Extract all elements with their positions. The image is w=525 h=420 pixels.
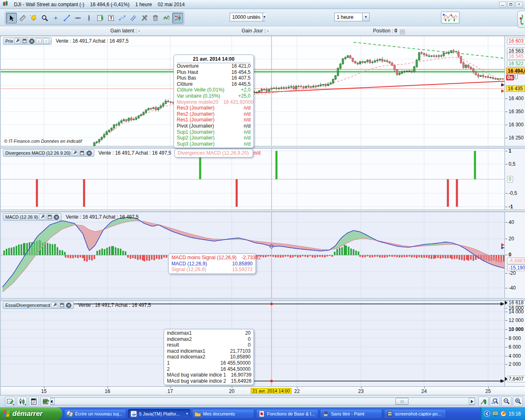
axis-label: 15 xyxy=(41,388,46,394)
scale-label: 4 000 xyxy=(505,353,521,359)
tooltip-row: Ouverture16 421,0 xyxy=(177,63,251,69)
chart-area[interactable]: Prix ✕ ↓ ↑ Vente : 16 491,7 Achat : 16 4… xyxy=(0,36,525,395)
taskbar-item[interactable]: Sans titre - Paint xyxy=(320,409,382,419)
alarm-tool-button[interactable]: “” xyxy=(28,13,39,23)
divergence-tool-button[interactable] xyxy=(172,13,183,23)
magnifier-icon xyxy=(41,14,48,22)
scale-label: 1 xyxy=(505,148,511,154)
hide-icons-icon[interactable] xyxy=(484,411,490,417)
vline-tool-button[interactable] xyxy=(84,13,94,23)
pattern-tool-button[interactable] xyxy=(161,13,172,23)
panel-close-button[interactable]: ✕ xyxy=(66,303,71,308)
display-settings-icon[interactable] xyxy=(492,411,498,417)
orders-tab-icon xyxy=(519,13,524,25)
zoomout-button[interactable] xyxy=(501,397,511,406)
scale-label: 40 xyxy=(505,219,514,225)
zoomrange-button[interactable] xyxy=(490,397,500,406)
panel-settings-button[interactable] xyxy=(51,302,57,308)
scale-label: -6,6883 xyxy=(507,258,525,264)
sell-button[interactable]: ↓ xyxy=(36,38,42,44)
trendline-tool-button[interactable] xyxy=(62,13,72,23)
zoomrange-icon xyxy=(491,398,499,405)
tooltip-row: Plus Haut16 454,5 xyxy=(177,69,251,75)
panel-settings-button[interactable] xyxy=(14,38,21,44)
ruler-tool-button[interactable] xyxy=(17,13,28,23)
point-tool-button[interactable] xyxy=(50,13,61,23)
panel-window-button[interactable] xyxy=(22,38,28,44)
chartset-button[interactable] xyxy=(478,397,488,406)
pointer-tool-button[interactable] xyxy=(6,13,17,23)
tooltip-row: macd indicemax210,85890 xyxy=(167,354,251,360)
scroll-right-icon[interactable] xyxy=(469,398,475,405)
restore-button[interactable] xyxy=(507,2,514,7)
trash-tool-button[interactable] xyxy=(150,13,161,23)
axis-label: 24 xyxy=(421,388,427,394)
panel-window-button[interactable] xyxy=(79,150,85,156)
period-dropdown[interactable]: 1 heure ▼ xyxy=(334,13,370,21)
taskbar-item[interactable]: 5 Java(TM) Platfor...▾ xyxy=(128,409,190,419)
panel-window-button[interactable] xyxy=(46,214,52,220)
clock[interactable]: 15:16 xyxy=(509,411,521,417)
volprofile-icon xyxy=(42,398,50,405)
panel-splitter[interactable] xyxy=(1,298,525,301)
orders-side-tab[interactable] xyxy=(517,11,525,28)
scale-label: 16 350 xyxy=(505,109,524,114)
gain-jour-label: Gain Jour : - xyxy=(242,28,269,34)
parallel-tool-button[interactable] xyxy=(128,13,139,23)
update-tray-icon[interactable] xyxy=(500,411,507,417)
axis-label: 23 xyxy=(358,388,363,394)
panel-close-button[interactable]: ✕ xyxy=(87,151,92,156)
panel-settings-button[interactable] xyxy=(72,150,78,156)
tooltip-row: 216 454,50000 xyxy=(167,366,251,372)
chart-scrollbar[interactable] xyxy=(48,397,475,405)
indicators-tool-button[interactable] xyxy=(95,13,105,23)
divergences-tooltip: Divergences MACD (12,26,9,20) n/d xyxy=(174,149,253,158)
taskbar-item[interactable]: Mes documents xyxy=(192,409,254,419)
scrollbar-thumb[interactable] xyxy=(395,398,409,405)
minimize-button[interactable] xyxy=(499,2,506,7)
panel-splitter[interactable] xyxy=(1,146,525,148)
desktop: DJI - Wall Street au comptant (-) 16 494… xyxy=(0,0,525,420)
scale-label: 16 250 xyxy=(505,135,524,141)
text-tool-button[interactable]: T xyxy=(106,13,116,23)
trading-app-window: DJI - Wall Street au comptant (-) 16 494… xyxy=(0,0,525,407)
hline-tool-button[interactable] xyxy=(73,13,83,23)
volprofile-button[interactable] xyxy=(41,397,51,406)
essai-panel-header: EssaiDivergencemacd ✕ Vente : 16 491,7 A… xyxy=(3,301,151,309)
close-button[interactable]: × xyxy=(516,2,523,7)
data-provider-notice: © IT-Finance.com Données en indicatif xyxy=(4,139,82,144)
panel-settings-button[interactable] xyxy=(39,214,45,220)
panel-splitter[interactable] xyxy=(1,210,525,212)
scale-label: 0,5 xyxy=(505,161,516,167)
taskbar-item[interactable]: screenshot-captor-po... xyxy=(384,409,446,419)
start-button[interactable]: démarrer xyxy=(0,407,62,420)
chevron-down-icon[interactable]: ▼ xyxy=(362,13,369,21)
taskbar-item[interactable]: Fonctions de Base & I... xyxy=(256,409,318,419)
buy-button[interactable]: ↑ xyxy=(43,38,49,44)
position-close-icon[interactable]: ✕ xyxy=(400,30,405,34)
magnifier-tool-button[interactable] xyxy=(39,13,50,23)
price-quote: Vente : 16 491,7 Achat : 16 497,5 xyxy=(56,38,128,44)
axis-label: 20 xyxy=(229,388,234,394)
news-button[interactable] xyxy=(29,397,39,406)
settings-tool-button[interactable] xyxy=(139,13,150,23)
chartstyle-button[interactable]: ▼ xyxy=(5,397,15,406)
alarm-icon: “” xyxy=(30,14,37,22)
chart-mode-button[interactable] xyxy=(441,11,460,24)
macd-tooltip: MACD moins Signal (12,26,9)-2,73382MACD … xyxy=(168,253,256,274)
candlestyle-button[interactable]: ▼ xyxy=(17,397,27,406)
zoomin-button[interactable] xyxy=(513,397,523,406)
scale-label: 7,6407 xyxy=(507,376,525,382)
taskbar-item[interactable]: Écrire un nouveau suj... xyxy=(64,409,126,419)
vline-icon xyxy=(85,14,93,22)
tooltip-datetime: 21 avr. 2014 14:00 xyxy=(177,56,251,63)
panel-close-button[interactable]: ✕ xyxy=(29,39,34,44)
zigzag-tool-button[interactable] xyxy=(117,13,128,23)
chevron-down-icon[interactable]: ▼ xyxy=(262,13,266,21)
panel-close-button[interactable]: ✕ xyxy=(54,215,59,220)
panel-window-button[interactable] xyxy=(59,302,65,308)
divergences-quote: Vente : 16 491,7 Achat : 16 497,5 xyxy=(98,150,171,156)
macd-panel-header: MACD (12 26 9) ✕ Vente : 16 491,7 Achat … xyxy=(3,213,139,221)
units-dropdown[interactable]: 10000 unités ▼ xyxy=(230,13,265,21)
ruler-icon xyxy=(19,14,26,22)
